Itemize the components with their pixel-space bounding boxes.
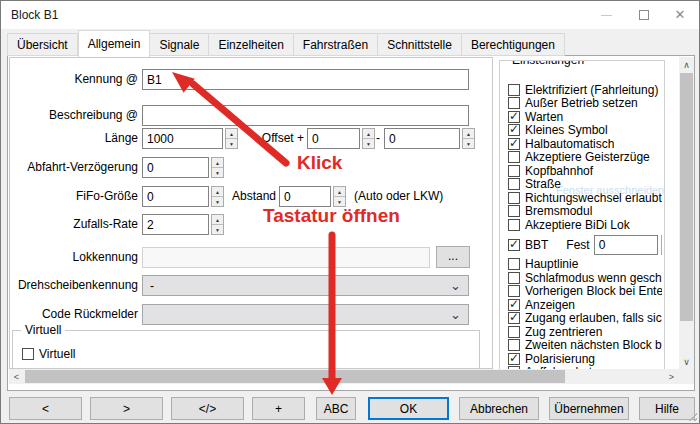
- tab-schnittstelle[interactable]: Schnittstelle: [378, 33, 462, 56]
- browse-button[interactable]: ...: [436, 246, 470, 268]
- checkbox-unchecked[interactable]: [508, 219, 520, 231]
- tab-signale[interactable]: Signale: [150, 33, 209, 56]
- abstand-spinner[interactable]: [333, 186, 346, 207]
- offset-minus-input[interactable]: [384, 128, 460, 149]
- fifo-spinner[interactable]: [211, 186, 224, 207]
- setting-polarisierung[interactable]: Polarisierung: [508, 352, 662, 366]
- setting-kleines-symbol[interactable]: Kleines Symbol: [508, 124, 662, 138]
- nav-button-code[interactable]: </>: [171, 397, 244, 420]
- kennung-input[interactable]: [142, 69, 469, 90]
- spinner-down-icon[interactable]: [212, 224, 223, 234]
- setting-akzeptiere-bidi-lok[interactable]: Akzeptiere BiDi Lok: [508, 218, 662, 232]
- checkbox-unchecked[interactable]: [508, 205, 520, 217]
- checkbox-checked[interactable]: [508, 353, 520, 365]
- spinner-up-icon[interactable]: [212, 187, 223, 196]
- checkbox-unchecked[interactable]: [508, 151, 520, 163]
- checkbox-unchecked[interactable]: [508, 339, 520, 351]
- setting-hauptlinie[interactable]: Hauptlinie: [508, 258, 662, 272]
- nav-button-add[interactable]: +: [252, 397, 305, 420]
- checkbox-checked[interactable]: [508, 138, 520, 150]
- checkbox-unchecked[interactable]: [508, 165, 520, 177]
- checkbox-unchecked[interactable]: [508, 192, 520, 204]
- drehscheiben-combo[interactable]: - ⌄: [142, 275, 469, 296]
- setting-bremsmodul[interactable]: Bremsmodul: [508, 205, 662, 219]
- tab-berechtigungen[interactable]: Berechtigungen: [462, 33, 565, 56]
- horizontal-scroll-thumb[interactable]: [25, 370, 565, 383]
- checkbox-unchecked[interactable]: [508, 178, 520, 190]
- abfahrt-spinner[interactable]: [211, 157, 224, 178]
- abstand-input[interactable]: [279, 186, 331, 207]
- checkbox-checked[interactable]: [508, 124, 520, 136]
- tab-bersicht[interactable]: Übersicht: [7, 33, 78, 56]
- scroll-left-icon[interactable]: <: [9, 369, 24, 384]
- spinner-up-icon[interactable]: [363, 129, 374, 138]
- spinner-up-icon[interactable]: [463, 129, 474, 138]
- setting-kopfbahnhof[interactable]: Kopfbahnhof: [508, 164, 662, 178]
- setting-au-er-betrieb-setzen[interactable]: Außer Betrieb setzen: [508, 97, 662, 111]
- spinner-down-icon[interactable]: [463, 138, 474, 148]
- setting-zug-zentrieren[interactable]: Zug zentrieren: [508, 325, 662, 339]
- setting-halbautomatisch[interactable]: Halbautomatisch: [508, 137, 662, 151]
- zufalls-spinner[interactable]: [211, 214, 224, 235]
- checkbox-unchecked[interactable]: [508, 258, 520, 270]
- setting-warten[interactable]: Warten: [508, 110, 662, 124]
- fest-input[interactable]: [594, 235, 658, 255]
- setting-bbt[interactable]: BBTFest: [508, 232, 662, 258]
- nav-button-prev[interactable]: <: [9, 397, 82, 420]
- setting-richtungswechsel-erlaubt[interactable]: Richtungswechsel erlaubt: [508, 191, 662, 205]
- checkbox-checked[interactable]: [508, 111, 520, 123]
- setting-schlafmodus-wenn-geschlossen[interactable]: Schlafmodus wenn geschlossen: [508, 271, 662, 285]
- minimize-button[interactable]: [589, 1, 623, 29]
- vertical-scroll-thumb[interactable]: [680, 73, 693, 321]
- scroll-down-icon[interactable]: ∨: [679, 354, 694, 369]
- setting-stra-e[interactable]: Straße: [508, 178, 662, 192]
- setting-anzeigen[interactable]: Anzeigen: [508, 298, 662, 312]
- abfahrt-input[interactable]: [142, 157, 209, 178]
- checkbox-unchecked[interactable]: [22, 348, 34, 360]
- nav-button-abc[interactable]: ABC: [316, 397, 356, 420]
- scroll-right-icon[interactable]: >: [664, 369, 679, 384]
- code-rueckmelder-combo[interactable]: ⌄: [142, 304, 469, 325]
- nav-button-next[interactable]: >: [90, 397, 163, 420]
- checkbox-checked[interactable]: [508, 299, 520, 311]
- offset-plus-input[interactable]: [307, 128, 360, 149]
- setting-elektrifiziert-fahrleitung[interactable]: Elektrifiziert (Fahrleitung): [508, 83, 662, 97]
- ok-button[interactable]: OK: [368, 397, 449, 420]
- zufalls-input[interactable]: [142, 214, 209, 235]
- virtuell-checkbox-row[interactable]: Virtuell: [22, 347, 75, 361]
- spinner-up-icon[interactable]: [334, 187, 345, 196]
- tab-allgemein[interactable]: Allgemein: [78, 30, 151, 57]
- close-button[interactable]: ✕: [663, 1, 697, 29]
- setting-zweiten-n-chsten-block-bei-wart[interactable]: Zweiten nächsten Block bei Wart: [508, 339, 662, 353]
- checkbox-checked[interactable]: [508, 239, 520, 251]
- spinner-up-icon[interactable]: [212, 215, 223, 224]
- spinner-down-icon[interactable]: [212, 196, 223, 206]
- checkbox-checked[interactable]: [508, 312, 520, 324]
- fest-spinner[interactable]: [661, 235, 662, 255]
- checkbox-unchecked[interactable]: [508, 326, 520, 338]
- hilfe-button[interactable]: Hilfe: [639, 397, 695, 420]
- checkbox-unchecked[interactable]: [508, 285, 520, 297]
- resize-grip-icon[interactable]: [688, 412, 697, 421]
- beschreibung-input[interactable]: [142, 105, 469, 126]
- spinner-up-icon[interactable]: [226, 129, 237, 138]
- checkbox-unchecked[interactable]: [508, 84, 520, 96]
- setting-zugang-erlauben-falls-sich-wage[interactable]: Zugang erlauben, falls sich Wage: [508, 312, 662, 326]
- laenge-input[interactable]: [142, 128, 223, 149]
- checkbox-unchecked[interactable]: [508, 97, 520, 109]
- offset-plus-spinner[interactable]: [362, 128, 375, 149]
- fifo-input[interactable]: [142, 186, 209, 207]
- scroll-up-icon[interactable]: ∧: [679, 57, 694, 72]
- checkbox-unchecked[interactable]: [508, 272, 520, 284]
- spinner-down-icon[interactable]: [212, 167, 223, 177]
- bernehmen-button[interactable]: Übernehmen: [549, 397, 629, 420]
- spinner-up-icon[interactable]: [212, 158, 223, 167]
- offset-minus-spinner[interactable]: [462, 128, 475, 149]
- maximize-button[interactable]: [627, 1, 661, 29]
- laenge-spinner[interactable]: [225, 128, 238, 149]
- setting-vorherigen-block-bei-enter-freime[interactable]: Vorherigen Block bei Enter freime: [508, 285, 662, 299]
- tab-fahrstra-en[interactable]: Fahrstraßen: [294, 33, 378, 56]
- abbrechen-button[interactable]: Abbrechen: [459, 397, 539, 420]
- spinner-down-icon[interactable]: [226, 138, 237, 148]
- setting-akzeptiere-geisterz-ge[interactable]: Akzeptiere Geisterzüge: [508, 151, 662, 165]
